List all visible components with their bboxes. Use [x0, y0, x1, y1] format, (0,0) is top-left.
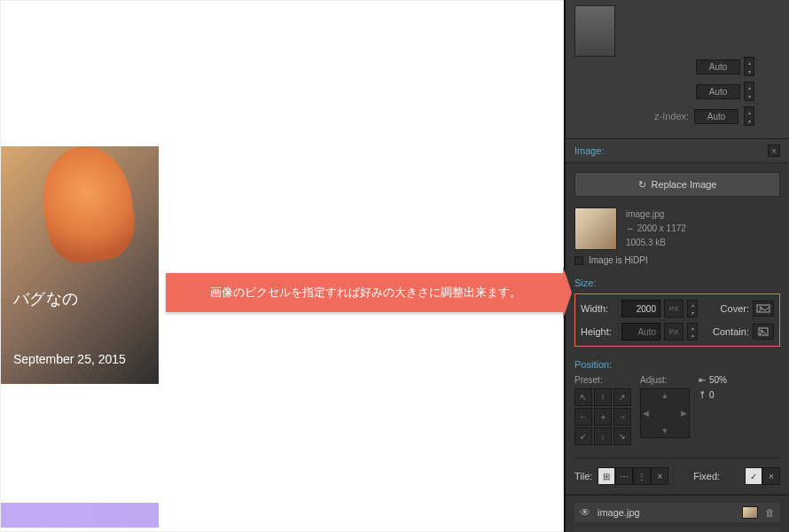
preset-bottom-right[interactable]: ↘ [613, 427, 631, 445]
image-thumbnail[interactable] [574, 207, 617, 250]
delete-layer-icon[interactable]: 🗑 [765, 507, 775, 518]
cover-label: Cover: [721, 303, 749, 314]
preset-right[interactable]: → [613, 408, 631, 426]
hidpi-checkbox[interactable] [574, 256, 583, 265]
h-offset-value: 50% [709, 375, 727, 385]
adjust-pad[interactable]: ▲ ▼ ◀ ▶ [640, 388, 690, 438]
height-label: Height: [581, 326, 618, 337]
width-unit[interactable]: PX [664, 300, 684, 317]
layer-row[interactable]: 👁 image.jpg 🗑 [574, 503, 780, 522]
auto-chip-2[interactable]: Auto [696, 84, 740, 99]
panel-close-button[interactable]: × [768, 145, 780, 157]
card-date: September 25, 2015 [13, 352, 146, 366]
contain-label: Contain: [713, 326, 749, 337]
width-input[interactable] [621, 300, 660, 317]
layer-thumbnail [742, 506, 758, 519]
zindex-label: z-Index: [654, 111, 689, 121]
annotation-callout: 画像のピクセルを指定すれば好みの大きさに調整出来ます。 [166, 273, 565, 312]
image-panel-title: Image: [574, 145, 605, 156]
tile-y-button[interactable]: ⋮ [633, 467, 651, 485]
svg-point-1 [760, 307, 762, 309]
tile-x-button[interactable]: ⋯ [615, 467, 633, 485]
layer-row[interactable]: 🖌 ◌ Transparent [574, 528, 780, 532]
cover-button[interactable] [753, 301, 774, 317]
visibility-icon[interactable]: 👁 [580, 506, 590, 519]
width-label: Width: [581, 303, 618, 314]
tile-label: Tile: [574, 471, 592, 481]
v-offset-value: 0 [709, 390, 715, 400]
adjust-label: Adjust: [640, 375, 690, 385]
value-spinner[interactable]: ▴▾ [744, 57, 754, 76]
zindex-value[interactable]: Auto [694, 109, 738, 124]
preset-top-right[interactable]: ↗ [613, 388, 631, 406]
v-offset-icon: ⤒ [699, 390, 706, 400]
height-unit[interactable]: PX [664, 323, 684, 340]
card-title: バグなの [13, 288, 146, 309]
image-filesize: 1005.3 kB [626, 236, 780, 250]
fixed-on-button[interactable]: ✓ [745, 467, 762, 485]
element-thumbnail [574, 5, 615, 57]
refresh-icon: ↻ [638, 179, 646, 191]
preset-top-left[interactable]: ↖ [574, 388, 592, 406]
purple-card-strip [1, 503, 159, 528]
size-section-label: Size: [574, 278, 780, 288]
image-panel: Image: × ↻ Replace Image image.jpg ↔ 200… [566, 138, 789, 495]
zindex-spinner[interactable]: ▴▾ [744, 106, 754, 126]
width-spinner[interactable]: ▴▾ [687, 300, 698, 317]
image-filename: image.jpg [626, 207, 780, 222]
canvas-area: バグなの September 25, 2015 画像のピクセルを指定すれば好みの… [0, 0, 564, 532]
image-dimensions: 2000 x 1172 [637, 223, 686, 233]
preset-bottom[interactable]: ↓ [594, 427, 612, 445]
callout-text: 画像のピクセルを指定すれば好みの大きさに調整出来ます。 [210, 285, 521, 301]
layer-name: image.jpg [598, 507, 735, 518]
auto-chip[interactable]: Auto [696, 59, 740, 74]
preset-center[interactable]: ＋ [594, 408, 612, 426]
position-preset-grid: ↖ ↑ ↗ ← ＋ → ↙ ↓ ↘ [574, 388, 631, 445]
tile-both-button[interactable]: ⊞ [598, 467, 615, 485]
tile-none-button[interactable]: × [651, 467, 668, 485]
card-image [35, 146, 139, 267]
fixed-off-button[interactable]: × [762, 467, 780, 485]
geometry-section: Auto ▴▾ Auto ▴▾ z-Index: Auto ▴▾ [566, 0, 789, 133]
preset-top[interactable]: ↑ [594, 388, 612, 406]
contain-button[interactable] [753, 324, 774, 340]
size-section-highlight: Width: PX ▴▾ Cover: Height: PX ▴▾ Contai… [574, 293, 780, 347]
height-spinner[interactable]: ▴▾ [687, 323, 698, 340]
svg-point-3 [761, 330, 762, 332]
replace-image-button[interactable]: ↻ Replace Image [574, 172, 780, 197]
preset-label: Preset: [574, 375, 631, 385]
value-spinner-2[interactable]: ▴▾ [744, 82, 754, 101]
dimensions-icon: ↔ [626, 223, 635, 233]
layers-list: 👁 image.jpg 🗑 🖌 ◌ Transparent [566, 495, 789, 532]
hidpi-label: Image is HiDPI [589, 255, 648, 265]
position-section-label: Position: [574, 359, 780, 370]
h-offset-icon: ⇤ [699, 375, 706, 385]
inspector-sidebar: Auto ▴▾ Auto ▴▾ z-Index: Auto ▴▾ Image: … [564, 0, 789, 532]
fixed-label: Fixed: [693, 471, 720, 481]
preset-left[interactable]: ← [574, 408, 592, 426]
height-input[interactable] [621, 323, 660, 340]
replace-image-label: Replace Image [652, 179, 717, 190]
preset-bottom-left[interactable]: ↙ [574, 427, 592, 445]
content-card: バグなの September 25, 2015 [1, 146, 159, 384]
